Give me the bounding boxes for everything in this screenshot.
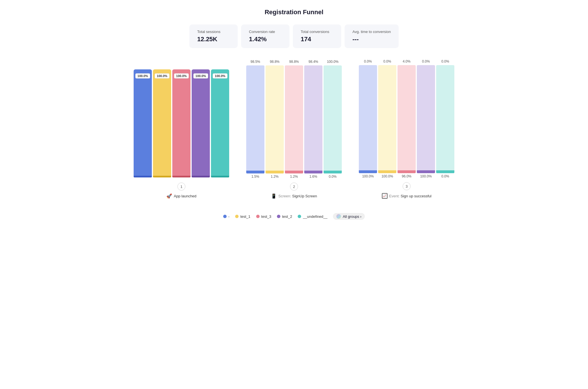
step-number-2: 2 [290, 183, 298, 191]
legend-label-test_1: test_1 [240, 214, 250, 219]
bar-wrapper-2-1: 98.5%1.5% [246, 60, 264, 179]
bar-3-3 [397, 65, 416, 173]
legend-item--[interactable]: - [223, 214, 229, 219]
legend-label-test_2: test_2 [282, 214, 292, 219]
bar-1-3: 100.0% [172, 69, 191, 177]
bar-3-5 [436, 65, 454, 173]
bar-wrapper-3-2: 0.0%100.0% [378, 59, 396, 178]
legend-item-test_1[interactable]: test_1 [235, 214, 250, 219]
bar-top-label-3-3: 4.0% [403, 59, 410, 64]
stat-value-3: --- [353, 36, 391, 43]
legend-label-__undefined__: __undefined__ [303, 214, 327, 219]
funnel-step-3: 0.0%100.0%0.0%100.0%4.0%96.0%0.0%100.0%0… [359, 59, 454, 199]
legend-all-groups-label: All groups › [343, 214, 361, 219]
bar-top-label-3-5: 0.0% [441, 59, 449, 64]
legend-dot-test_2 [277, 215, 280, 218]
legend-all-groups-icon [336, 214, 341, 219]
bar-wrapper-3-3: 4.0%96.0% [397, 59, 416, 178]
bar-top-label-2-1: 98.5% [250, 60, 260, 64]
bar-wrapper-1-4: 100.0% [192, 64, 210, 179]
step-number-1: 1 [177, 183, 185, 191]
stat-label-1: Conversion rate [249, 30, 281, 34]
bar-1-5: 100.0% [211, 69, 229, 177]
bar-badge-1-4: 100.0% [193, 73, 208, 78]
bar-bottom-label-3-1: 100.0% [362, 174, 374, 178]
bar-top-label-3-4: 0.0% [422, 59, 430, 64]
bar-badge-1-1: 100.0% [135, 73, 150, 78]
bar-2-2 [266, 65, 284, 173]
bar-bottom-label-2-5: 0.0% [329, 175, 336, 179]
bar-wrapper-3-5: 0.0%0.0% [436, 59, 454, 178]
bar-badge-1-3: 100.0% [174, 73, 189, 78]
bar-wrapper-2-3: 98.8%1.2% [285, 60, 303, 179]
bar-wrapper-1-2: 100.0% [153, 64, 171, 179]
bar-1-2: 100.0% [153, 69, 171, 177]
bar-top-label-3-2: 0.0% [383, 59, 391, 64]
stats-row: Total sessions 12.25K Conversion rate 1.… [189, 24, 399, 48]
bars-group-3: 0.0%100.0%0.0%100.0%4.0%96.0%0.0%100.0%0… [359, 59, 454, 178]
bar-top-label-2-2: 98.8% [270, 60, 279, 64]
bar-2-3 [285, 65, 303, 173]
stat-value-1: 1.42% [249, 36, 281, 43]
bar-bottom-label-2-4: 1.6% [309, 175, 317, 179]
bar-wrapper-3-4: 0.0%100.0% [417, 59, 435, 178]
legend-dot-test_3 [256, 215, 260, 218]
legend-all-groups-button[interactable]: All groups › [333, 213, 365, 220]
bar-bottom-label-3-5: 0.0% [441, 174, 449, 178]
bar-wrapper-2-2: 98.8%1.2% [266, 60, 284, 179]
step-label-1: 🚀App launched [166, 193, 196, 199]
bar-badge-1-2: 100.0% [155, 73, 169, 78]
step-label-2: 📱Screen: SignUp Screen [271, 193, 317, 199]
bar-wrapper-1-1: 100.0% [134, 64, 152, 179]
legend-item-__undefined__[interactable]: __undefined__ [298, 214, 327, 219]
bar-top-label-2-4: 98.4% [309, 60, 318, 64]
screen-icon: 📱 [271, 193, 277, 199]
bar-wrapper-1-5: 100.0% [211, 64, 229, 179]
event-type-2: Screen: [278, 194, 291, 198]
bar-bottom-label-2-2: 1.2% [271, 175, 278, 179]
legend-label--: - [228, 214, 229, 219]
rocket-icon: 🚀 [166, 193, 172, 199]
bar-top-label-2-3: 98.8% [289, 60, 299, 64]
bar-bottom-label-3-2: 100.0% [382, 174, 393, 178]
bar-top-label-2-5: 100.0% [327, 60, 339, 64]
legend-item-test_3[interactable]: test_3 [256, 214, 271, 219]
chart-icon: 📈 [382, 193, 388, 199]
stat-card-1: Conversion rate 1.42% [241, 24, 289, 48]
bars-group-2: 98.5%1.5%98.8%1.2%98.8%1.2%98.4%1.6%100.… [246, 60, 342, 179]
stat-card-0: Total sessions 12.25K [189, 24, 238, 48]
step-name-1: App launched [174, 194, 196, 198]
event-type-3: Event: [389, 194, 400, 198]
bar-3-2 [378, 65, 396, 173]
bar-bottom-label-3-4: 100.0% [420, 174, 432, 178]
step-name-3: Event: Sign up successful [389, 194, 432, 198]
stat-value-0: 12.25K [197, 36, 230, 43]
bar-badge-1-5: 100.0% [213, 73, 227, 78]
step-name-2: Screen: SignUp Screen [278, 194, 317, 198]
funnel-step-2: 98.5%1.5%98.8%1.2%98.8%1.2%98.4%1.6%100.… [246, 60, 342, 199]
legend-dot-__undefined__ [298, 215, 301, 218]
legend-row: -test_1test_3test_2__undefined__All grou… [223, 213, 365, 220]
bar-top-label-3-1: 0.0% [364, 59, 372, 64]
funnel-step-1: 100.0%100.0%100.0%100.0%100.0%1🚀App laun… [134, 64, 229, 199]
legend-dot-- [223, 215, 227, 218]
bar-2-4 [304, 65, 322, 173]
page-title: Registration Funnel [265, 9, 324, 16]
bar-3-4 [417, 65, 435, 173]
bar-wrapper-3-1: 0.0%100.0% [359, 59, 377, 178]
step-label-3: 📈Event: Sign up successful [382, 193, 432, 199]
stat-card-3: Avg. time to conversion --- [345, 24, 399, 48]
stat-label-3: Avg. time to conversion [353, 30, 391, 34]
bar-3-1 [359, 65, 377, 173]
stat-value-2: 174 [301, 36, 333, 43]
bar-2-5 [324, 65, 342, 173]
step-number-3: 3 [403, 182, 411, 190]
bar-wrapper-1-3: 100.0% [172, 64, 191, 179]
legend-dot-test_1 [235, 215, 239, 218]
bar-1-1: 100.0% [134, 69, 152, 177]
bar-bottom-label-2-1: 1.5% [251, 175, 259, 179]
chart-area: 100.0%100.0%100.0%100.0%100.0%1🚀App laun… [123, 59, 465, 199]
legend-item-test_2[interactable]: test_2 [277, 214, 292, 219]
bar-bottom-label-3-3: 96.0% [402, 174, 411, 178]
bar-1-4: 100.0% [192, 69, 210, 177]
